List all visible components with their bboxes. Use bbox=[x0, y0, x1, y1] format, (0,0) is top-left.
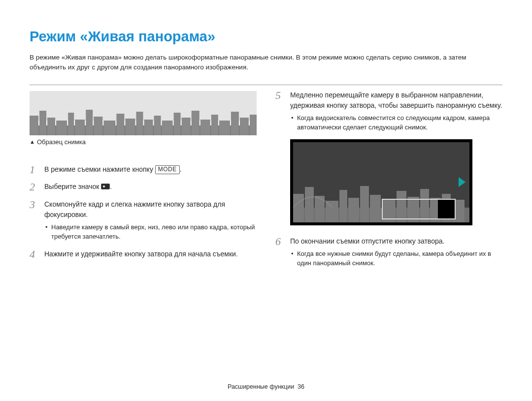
steps-right: 5 Медленно перемещайте камеру в выбранно… bbox=[275, 89, 502, 134]
svg-rect-6 bbox=[75, 120, 85, 135]
step-sub-item: Наведите камеру в самый верх, низ, лево … bbox=[44, 223, 257, 242]
step-1: 1 В режиме съемки нажмите кнопку MODE. bbox=[30, 163, 257, 176]
step-number: 6 bbox=[275, 235, 290, 247]
svg-rect-17 bbox=[182, 118, 191, 135]
step-text: Выберите значок bbox=[44, 183, 101, 190]
svg-rect-9 bbox=[103, 121, 115, 135]
right-column: 5 Медленно перемещайте камеру в выбранно… bbox=[275, 89, 502, 275]
step-number: 1 bbox=[30, 163, 44, 176]
svg-rect-4 bbox=[56, 121, 67, 135]
step-sublist: Когда видоискатель совместится со следую… bbox=[290, 114, 502, 132]
step-3: 3 Скомпонуйте кадр и слегка нажмите кноп… bbox=[30, 198, 257, 244]
steps-left: 1 В режиме съемки нажмите кнопку MODE. 2… bbox=[30, 163, 257, 261]
two-column-layout: ▲Образец снимка 1 В режиме съемки нажмит… bbox=[30, 89, 502, 275]
step-text: Скомпонуйте кадр и слегка нажмите кнопку… bbox=[44, 200, 225, 218]
svg-rect-18 bbox=[192, 111, 200, 135]
footer-section: Расширенные функции bbox=[228, 383, 294, 390]
step-5: 5 Медленно перемещайте камеру в выбранно… bbox=[275, 89, 502, 134]
step-body: В режиме съемки нажмите кнопку MODE. bbox=[44, 163, 257, 175]
svg-rect-27 bbox=[305, 187, 314, 222]
svg-rect-32 bbox=[360, 186, 369, 222]
step-number: 2 bbox=[30, 181, 44, 193]
svg-rect-1 bbox=[30, 116, 38, 135]
step-text: По окончании съемки отпустите кнопку зат… bbox=[290, 237, 444, 245]
svg-rect-29 bbox=[326, 201, 338, 222]
step-sub-item: Когда видоискатель совместится со следую… bbox=[290, 114, 502, 132]
step-body: Медленно перемещайте камеру в выбранном … bbox=[290, 89, 502, 134]
step-body: Нажмите и удерживайте кнопку затвора для… bbox=[44, 248, 257, 259]
svg-rect-26 bbox=[293, 194, 304, 222]
arrow-right-icon bbox=[459, 177, 466, 187]
step-number: 5 bbox=[275, 89, 290, 101]
step-text: . bbox=[180, 165, 182, 173]
svg-rect-12 bbox=[136, 112, 143, 135]
svg-rect-14 bbox=[154, 116, 161, 135]
steps-right-2: 6 По окончании съемки отпустите кнопку з… bbox=[275, 235, 502, 270]
svg-rect-7 bbox=[86, 110, 93, 135]
svg-rect-15 bbox=[162, 121, 173, 135]
svg-rect-24 bbox=[250, 115, 257, 135]
step-text: Медленно перемещайте камеру в выбранном … bbox=[290, 91, 502, 109]
step-4: 4 Нажмите и удерживайте кнопку затвора д… bbox=[30, 248, 257, 260]
step-body: Скомпонуйте кадр и слегка нажмите кнопку… bbox=[44, 198, 257, 244]
step-sublist: Наведите камеру в самый верх, низ, лево … bbox=[44, 223, 257, 242]
svg-rect-31 bbox=[348, 198, 359, 222]
camera-preview-image bbox=[290, 139, 472, 225]
svg-rect-19 bbox=[200, 120, 210, 135]
svg-rect-23 bbox=[240, 118, 249, 135]
mode-button-icon: MODE bbox=[155, 165, 180, 174]
step-6: 6 По окончании съемки отпустите кнопку з… bbox=[275, 235, 502, 270]
svg-rect-2 bbox=[39, 111, 46, 135]
step-body: Выберите значок . bbox=[44, 181, 257, 192]
step-sublist: Когда все нужные снимки будут сделаны, к… bbox=[290, 249, 502, 268]
page-footer: Расширенные функции 36 bbox=[0, 383, 532, 390]
sample-caption-text: Образец снимка bbox=[37, 138, 86, 146]
svg-rect-33 bbox=[370, 195, 381, 222]
step-text: Нажмите и удерживайте кнопку затвора для… bbox=[44, 250, 238, 258]
step-text: . bbox=[110, 183, 112, 190]
page-content: Режим «Живая панорама» В режиме «Живая п… bbox=[0, 0, 532, 275]
svg-rect-11 bbox=[125, 119, 135, 135]
svg-rect-16 bbox=[174, 113, 181, 135]
svg-rect-21 bbox=[219, 121, 230, 135]
step-sub-item: Когда все нужные снимки будут сделаны, к… bbox=[290, 249, 502, 268]
svg-rect-8 bbox=[94, 117, 102, 135]
step-body: По окончании съемки отпустите кнопку зат… bbox=[290, 235, 502, 270]
step-number: 3 bbox=[30, 198, 44, 211]
panorama-frame-indicator bbox=[382, 199, 456, 219]
svg-rect-20 bbox=[211, 115, 218, 135]
svg-rect-30 bbox=[339, 190, 347, 222]
divider bbox=[30, 85, 502, 85]
intro-paragraph: В режиме «Живая панорама» можно делать ш… bbox=[30, 53, 502, 72]
svg-rect-22 bbox=[231, 112, 239, 135]
svg-rect-5 bbox=[68, 113, 74, 135]
step-number: 4 bbox=[30, 248, 44, 260]
panorama-sample-image bbox=[30, 91, 257, 135]
step-text: В режиме съемки нажмите кнопку bbox=[44, 165, 155, 173]
svg-rect-3 bbox=[47, 118, 55, 135]
triangle-up-icon: ▲ bbox=[30, 139, 35, 145]
left-column: ▲Образец снимка 1 В режиме съемки нажмит… bbox=[30, 89, 257, 275]
svg-rect-13 bbox=[144, 120, 153, 135]
page-title: Режим «Живая панорама» bbox=[30, 29, 502, 45]
svg-rect-10 bbox=[116, 114, 124, 135]
sample-caption: ▲Образец снимка bbox=[30, 138, 257, 146]
step-2: 2 Выберите значок . bbox=[30, 181, 257, 193]
panorama-mode-icon bbox=[101, 184, 110, 189]
footer-page-number: 36 bbox=[298, 383, 304, 390]
